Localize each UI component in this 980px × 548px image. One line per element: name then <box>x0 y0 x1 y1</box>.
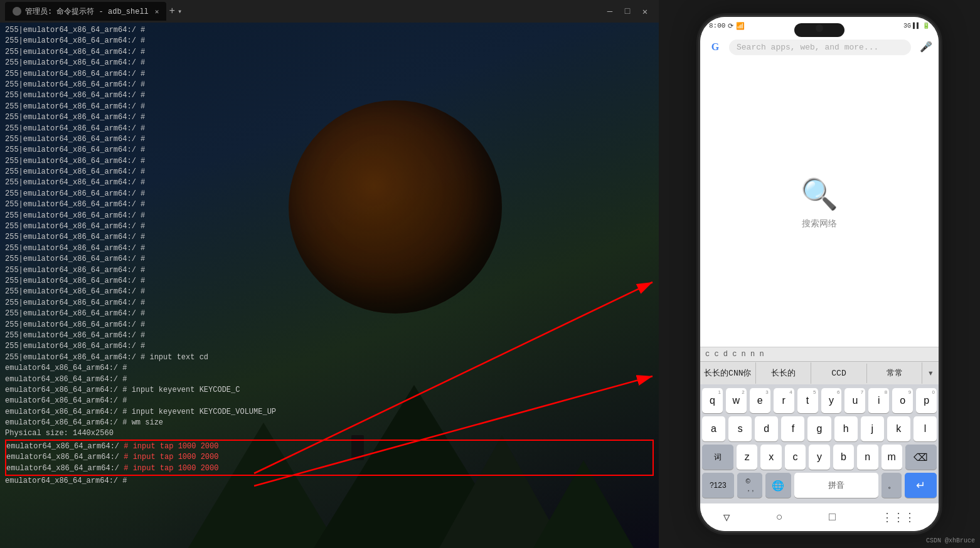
key-o[interactable]: 9o <box>892 388 913 413</box>
term-line: 255|emulator64_x86_64_arm64:/ # input te… <box>5 352 654 363</box>
term-line: 255|emulator64_x86_64_arm64:/ # <box>5 265 654 276</box>
status-right: 3G ▌▌ 🔋 <box>903 22 930 29</box>
terminal-tab-icon <box>13 7 21 16</box>
battery-icon: 🔋 <box>922 22 930 29</box>
status-left: 8:00 ⟳ 📶 <box>709 22 745 30</box>
key-z[interactable]: z <box>737 445 757 470</box>
term-line: 255|emulator64_x86_64_arm64:/ # <box>5 25 654 36</box>
term-line: 255|emulator64_x86_64_arm64:/ # <box>5 80 654 90</box>
term-line: 255|emulator64_x86_64_arm64:/ # <box>5 134 654 145</box>
ime-suggestions[interactable]: 长长的CNN你 长长的 CCD 常常 ▾ <box>700 361 939 384</box>
maximize-button[interactable]: □ <box>619 3 636 20</box>
key-emoji[interactable]: ©，, <box>737 473 762 498</box>
key-y[interactable]: 6y <box>821 388 842 413</box>
key-p[interactable]: 0p <box>916 388 937 413</box>
term-line: 255|emulator64_x86_64_arm64:/ # <box>5 124 654 134</box>
key-l[interactable]: l <box>913 416 937 441</box>
search-input[interactable]: Search apps, web, and more... <box>729 40 911 55</box>
key-backspace[interactable]: ⌫ <box>905 445 937 470</box>
phone-searchbar[interactable]: G Search apps, web, and more... 🎤 <box>700 34 939 60</box>
terminal-tab-label: 管理员: 命令提示符 - adb_shell <box>25 6 149 17</box>
phone-navbar[interactable]: ▽ ○ □ ⋮⋮⋮ <box>700 503 939 531</box>
term-line: emulator64_x86_64_arm64:/ # input keyeve… <box>5 407 654 418</box>
keyboard[interactable]: 1q 2w 3e 4r 5t 6y 7u 8i 9o 0p a s d f g … <box>700 384 939 503</box>
key-f[interactable]: f <box>781 416 804 441</box>
search-hint: 搜索网络 <box>802 218 837 229</box>
key-k[interactable]: k <box>887 416 910 441</box>
term-line: 255|emulator64_x86_64_arm64:/ # <box>5 199 654 210</box>
minimize-button[interactable]: — <box>601 3 619 20</box>
sim-icon: 📶 <box>736 22 745 30</box>
key-j[interactable]: j <box>861 416 884 441</box>
term-line: 255|emulator64_x86_64_arm64:/ # <box>5 189 654 199</box>
signal-icon: ▌▌ <box>913 23 920 29</box>
key-w[interactable]: 2w <box>726 388 747 413</box>
key-chinese-word[interactable]: 词 <box>702 445 733 470</box>
key-h[interactable]: h <box>834 416 858 441</box>
search-big-icon: 🔍 <box>801 177 838 213</box>
term-highlight-line: emulator64_x86_64_arm64:/ # input tap 10… <box>6 452 652 463</box>
term-line: 255|emulator64_x86_64_arm64:/ # <box>5 341 654 352</box>
terminal-content: 255|emulator64_x86_64_arm64:/ # 255|emul… <box>0 23 659 548</box>
ime-suggestion-4[interactable]: 常常 <box>867 362 923 384</box>
key-c[interactable]: c <box>785 445 806 470</box>
term-line: 255|emulator64_x86_64_arm64:/ # <box>5 276 654 287</box>
key-y2[interactable]: y <box>809 445 829 470</box>
phone-main-area: 🔍 搜索网络 <box>700 60 939 347</box>
term-line: emulator64_x86_64_arm64:/ # input keyeve… <box>5 385 654 396</box>
term-line: 255|emulator64_x86_64_arm64:/ # <box>5 254 654 265</box>
key-enter[interactable]: ↵ <box>905 473 937 498</box>
key-r[interactable]: 4r <box>774 388 794 413</box>
key-t[interactable]: 5t <box>797 388 818 413</box>
term-line: 255|emulator64_x86_64_arm64:/ # <box>5 156 654 167</box>
key-i[interactable]: 8i <box>868 388 889 413</box>
close-button[interactable]: ✕ <box>636 3 654 20</box>
ime-suggestion-1[interactable]: 长长的CNN你 <box>700 362 756 384</box>
key-s[interactable]: s <box>728 416 752 441</box>
key-space[interactable]: 拼音 <box>794 473 879 498</box>
keyboard-row-4: ?123 ©，, 🌐 拼音 。 ↵ <box>702 473 937 498</box>
ime-hint-bar: c c d c n n n <box>700 347 939 361</box>
network-type: 3G <box>903 23 911 29</box>
term-highlight-line: emulator64_x86_64_arm64:/ # input tap 10… <box>6 441 652 452</box>
watermark: CSDN @xhBruce <box>926 537 975 544</box>
google-logo: G <box>706 38 724 56</box>
keyboard-row-3: 词 z x c y b n m ⌫ <box>702 445 937 470</box>
key-globe[interactable]: 🌐 <box>765 473 791 498</box>
nav-home-button[interactable]: ○ <box>776 511 783 524</box>
key-period[interactable]: 。 <box>881 473 902 498</box>
key-u[interactable]: 7u <box>844 388 865 413</box>
ime-suggestion-3[interactable]: CCD <box>811 364 867 383</box>
term-line: 255|emulator64_x86_64_arm64:/ # <box>5 145 654 155</box>
tab-dropdown-button[interactable]: ▾ <box>178 7 182 16</box>
key-d[interactable]: d <box>755 416 778 441</box>
key-e[interactable]: 3e <box>750 388 770 413</box>
ime-expand-button[interactable]: ▾ <box>922 362 939 384</box>
tab-close-button[interactable]: ✕ <box>155 8 159 16</box>
term-line: 255|emulator64_x86_64_arm64:/ # <box>5 177 654 188</box>
term-line: 255|emulator64_x86_64_arm64:/ # <box>5 320 654 330</box>
key-n[interactable]: n <box>857 445 878 470</box>
term-line: emulator64_x86_64_arm64:/ # <box>5 476 654 487</box>
terminal-tab[interactable]: 管理员: 命令提示符 - adb_shell ✕ <box>5 2 166 21</box>
term-line: 255|emulator64_x86_64_arm64:/ # <box>5 308 654 319</box>
key-m[interactable]: m <box>881 445 902 470</box>
term-line: 255|emulator64_x86_64_arm64:/ # <box>5 112 654 123</box>
keyboard-row-1: 1q 2w 3e 4r 5t 6y 7u 8i 9o 0p <box>702 388 937 413</box>
nav-back-button[interactable]: ▽ <box>723 510 730 524</box>
new-tab-button[interactable]: + <box>169 6 175 17</box>
key-a[interactable]: a <box>702 416 725 441</box>
key-g[interactable]: g <box>807 416 831 441</box>
term-line: emulator64_x86_64_arm64:/ # <box>5 396 654 406</box>
key-q[interactable]: 1q <box>702 388 723 413</box>
phone-panel: 8:00 ⟳ 📶 3G ▌▌ 🔋 G Search apps, web, and… <box>659 0 980 548</box>
key-num-switch[interactable]: ?123 <box>702 473 734 498</box>
term-line: Physical size: 1440x2560 <box>5 428 654 439</box>
term-line: 255|emulator64_x86_64_arm64:/ # <box>5 102 654 112</box>
key-b[interactable]: b <box>833 445 854 470</box>
mic-icon[interactable]: 🎤 <box>920 41 932 53</box>
nav-keyboard-button[interactable]: ⋮⋮⋮ <box>881 510 915 524</box>
ime-suggestion-2[interactable]: 长长的 <box>756 362 812 384</box>
nav-recent-button[interactable]: □ <box>829 511 836 524</box>
key-x[interactable]: x <box>760 445 781 470</box>
